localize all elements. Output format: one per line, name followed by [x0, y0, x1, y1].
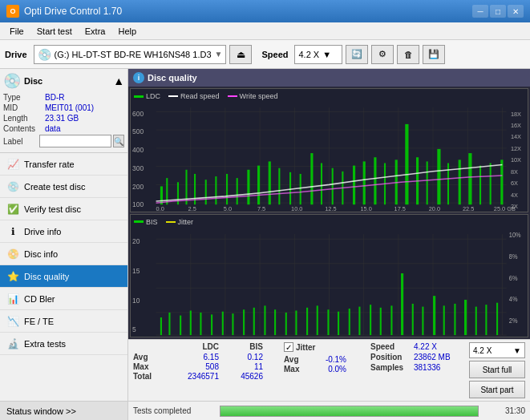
- jitter-max-row: Max 0.0%: [284, 365, 364, 374]
- read-speed-legend-label: Read speed: [180, 92, 220, 100]
- svg-rect-64: [490, 163, 492, 204]
- start-full-button[interactable]: Start full: [469, 361, 525, 378]
- sidebar-item-create-test-disc[interactable]: 💿 Create test disc: [0, 176, 127, 198]
- read-speed-legend-item: Read speed: [168, 92, 220, 100]
- svg-rect-47: [310, 153, 313, 204]
- svg-text:500: 500: [132, 127, 144, 135]
- nav-items: 📈 Transfer rate 💿 Create test disc ✅ Ver…: [0, 153, 127, 401]
- speed-selector[interactable]: 4.2 X ▼: [294, 45, 342, 64]
- menu-help[interactable]: Help: [111, 25, 143, 38]
- svg-rect-58: [427, 161, 428, 204]
- status-window-button[interactable]: Status window >>: [0, 401, 127, 420]
- bottom-chart-legend: BIS Jitter: [131, 215, 528, 229]
- titlebar-left: O Opti Drive Control 1.70: [6, 5, 122, 18]
- avg-bis: 0.12: [219, 353, 263, 361]
- titlebar-controls: ─ □ ✕: [472, 5, 524, 18]
- jitter-label: Jitter: [296, 343, 315, 352]
- fe-te-icon: 📉: [6, 315, 19, 328]
- total-bis: 45626: [219, 372, 263, 381]
- svg-text:20.0: 20.0: [429, 336, 441, 337]
- app-icon: O: [6, 5, 19, 18]
- svg-text:600: 600: [132, 110, 144, 118]
- ldc-header: LDC: [167, 342, 219, 351]
- main-layout: 💿 Disc ▲ Type BD-R MID MEIT01 (001) Leng…: [0, 69, 530, 420]
- svg-rect-111: [253, 307, 255, 334]
- svg-text:4%: 4%: [509, 295, 518, 303]
- jitter-header-row: ✓ Jitter: [284, 342, 364, 352]
- svg-rect-40: [237, 178, 238, 204]
- svg-text:18X: 18X: [511, 111, 521, 118]
- total-label: Total: [133, 372, 167, 381]
- sidebar-item-extra-tests[interactable]: 🔬 Extra tests: [0, 333, 127, 355]
- top-chart-legend: LDC Read speed Write speed: [131, 89, 528, 103]
- svg-text:12X: 12X: [511, 145, 521, 152]
- start-part-button[interactable]: Start part: [469, 381, 525, 398]
- menu-start-test[interactable]: Start test: [30, 25, 79, 38]
- progress-bar-area: Tests completed 100.0% 31:30: [128, 401, 530, 420]
- disc-length-row: Length 23.31 GB: [3, 114, 124, 123]
- save-button[interactable]: 💾: [423, 45, 445, 64]
- svg-text:14X: 14X: [511, 134, 521, 141]
- stats-max-row: Max 508 11: [133, 362, 277, 371]
- svg-rect-114: [285, 312, 287, 334]
- svg-rect-125: [401, 273, 403, 335]
- disc-label-search-button[interactable]: 🔍: [113, 135, 124, 147]
- svg-rect-124: [390, 305, 392, 335]
- speed-select-box[interactable]: 4.2 X ▼: [469, 342, 525, 358]
- maximize-button[interactable]: □: [490, 5, 506, 18]
- svg-rect-131: [464, 300, 467, 335]
- refresh-button[interactable]: 🔄: [346, 45, 368, 64]
- settings-button[interactable]: ⚙: [371, 45, 394, 64]
- svg-rect-53: [374, 157, 376, 204]
- svg-rect-42: [257, 166, 260, 205]
- svg-rect-37: [205, 180, 207, 204]
- chart-title-icon: i: [133, 72, 144, 83]
- sidebar-item-disc-quality[interactable]: ⭐ Disc quality: [0, 265, 127, 288]
- close-button[interactable]: ✕: [508, 5, 524, 18]
- stats-spacer: [133, 342, 167, 351]
- transfer-rate-icon: 📈: [6, 158, 19, 171]
- svg-rect-105: [190, 310, 192, 335]
- jitter-checkbox[interactable]: ✓: [284, 342, 293, 352]
- sidebar-item-cd-bler[interactable]: 📊 CD Bler: [0, 288, 127, 310]
- eject-button[interactable]: ⏏: [229, 45, 252, 64]
- chart-title-bar: i Disc quality: [128, 69, 530, 87]
- svg-text:15.0: 15.0: [360, 206, 371, 212]
- svg-rect-39: [226, 174, 228, 204]
- disc-label-input[interactable]: [39, 135, 111, 147]
- disc-title: Disc: [24, 76, 42, 86]
- sidebar-item-verify-test-disc[interactable]: ✅ Verify test disc: [0, 198, 127, 220]
- status-window-label: Status window >>: [6, 406, 76, 416]
- stats-header-row: LDC BIS: [133, 342, 277, 351]
- drive-selector[interactable]: 💿 (G:) HL-DT-ST BD-RE WH16NS48 1.D3 ▼: [34, 45, 227, 64]
- disc-expand-icon[interactable]: ▲: [113, 75, 124, 87]
- svg-text:100: 100: [132, 200, 144, 208]
- progress-fill: [220, 406, 478, 416]
- position-value: 23862 MB: [414, 353, 451, 361]
- sidebar-item-fe-te[interactable]: 📉 FE / TE: [0, 310, 127, 333]
- menu-extra[interactable]: Extra: [79, 25, 112, 38]
- sidebar-item-drive-info[interactable]: ℹ Drive info: [0, 220, 127, 243]
- sidebar-item-disc-info[interactable]: 📀 Disc info: [0, 243, 127, 265]
- delete-button[interactable]: 🗑: [397, 45, 419, 64]
- stats-panel: LDC BIS Avg 6.15 0.12 Max 508 11 Total 2…: [128, 339, 530, 401]
- disc-type-row: Type BD-R: [3, 93, 124, 102]
- svg-text:5: 5: [132, 325, 136, 333]
- sidebar-item-transfer-rate[interactable]: 📈 Transfer rate: [0, 153, 127, 176]
- svg-text:7.5: 7.5: [257, 206, 265, 212]
- svg-text:25.0 GB: 25.0 GB: [492, 336, 514, 337]
- svg-rect-119: [338, 311, 339, 334]
- disc-contents-label: Contents: [3, 124, 45, 133]
- write-speed-legend-color: [228, 95, 237, 97]
- menu-file[interactable]: File: [3, 25, 30, 38]
- toolbar: Drive 💿 (G:) HL-DT-ST BD-RE WH16NS48 1.D…: [0, 40, 530, 69]
- menubar: File Start test Extra Help: [0, 22, 530, 40]
- svg-text:16X: 16X: [511, 122, 521, 129]
- disc-icon: 💿: [3, 72, 21, 90]
- stats-total-row: Total 2346571 45626: [133, 372, 277, 381]
- svg-rect-56: [405, 124, 408, 204]
- svg-rect-102: [160, 317, 162, 335]
- minimize-button[interactable]: ─: [472, 5, 488, 18]
- svg-text:22.5: 22.5: [463, 206, 474, 212]
- svg-text:300: 300: [132, 164, 144, 172]
